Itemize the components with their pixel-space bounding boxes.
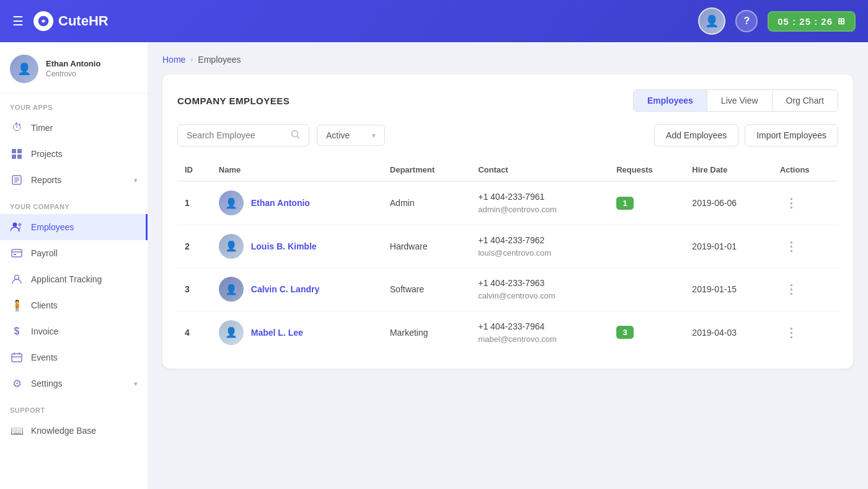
col-department: Department [383, 159, 471, 181]
table-row: 4 👤 Mabel L. Lee Marketing +1 404-233-79… [177, 311, 838, 354]
employees-table: ID Name Department Contact Requests Hire… [177, 159, 838, 354]
breadcrumb-home-link[interactable]: Home [162, 55, 185, 65]
import-employees-button[interactable]: Import Employees [745, 124, 838, 146]
employee-avatar: 👤 [219, 234, 244, 259]
card-title: COMPANY EMPLOYEES [177, 96, 290, 106]
employee-name-link[interactable]: Ethan Antonio [251, 198, 310, 208]
tab-employees[interactable]: Employees [634, 90, 707, 111]
tab-group: Employees Live View Org Chart [633, 89, 838, 112]
sidebar-item-events[interactable]: Events [0, 344, 148, 370]
events-icon [10, 351, 24, 364]
actions-menu-button[interactable]: ⋮ [780, 280, 802, 298]
payroll-icon [10, 246, 24, 260]
actions-menu-button[interactable]: ⋮ [780, 237, 802, 256]
sidebar-item-settings[interactable]: ⚙ Settings ▾ [0, 370, 148, 397]
add-employees-button[interactable]: Add Employees [654, 124, 738, 146]
chevron-down-icon: ▾ [134, 380, 138, 388]
employee-requests: 3 [609, 311, 684, 354]
chevron-down-icon: ▾ [134, 176, 138, 184]
reports-icon [10, 173, 24, 187]
sidebar-item-payroll[interactable]: Payroll [0, 240, 148, 266]
projects-icon [10, 147, 24, 161]
sidebar-item-applicant-tracking[interactable]: Applicant Tracking [0, 266, 148, 292]
employee-id: 2 [177, 225, 211, 268]
table-row: 2 👤 Louis B. Kimble Hardware +1 404-233-… [177, 225, 838, 268]
employee-phone: +1 404-233-7963 [478, 277, 601, 290]
employee-department: Software [383, 268, 471, 312]
tab-live-view[interactable]: Live View [707, 90, 773, 111]
sidebar-item-label: Invoice [31, 326, 58, 336]
breadcrumb-separator: › [190, 55, 193, 64]
sidebar-item-reports[interactable]: Reports ▾ [0, 167, 148, 193]
timer-button[interactable]: 05 : 25 : 26 ⊞ [768, 11, 856, 32]
actions-menu-button[interactable]: ⋮ [780, 194, 802, 212]
employee-id: 4 [177, 311, 211, 354]
card-header: COMPANY EMPLOYEES Employees Live View Or… [177, 89, 838, 112]
col-name: Name [211, 159, 383, 181]
user-avatar-top[interactable]: 👤 [698, 7, 725, 35]
svg-point-9 [13, 223, 17, 227]
toolbar-right: Add Employees Import Employees [654, 124, 838, 146]
table-row: 1 👤 Ethan Antonio Admin +1 404-233-7961 … [177, 181, 838, 225]
avatar-image: 👤 [219, 234, 244, 259]
sidebar-item-projects[interactable]: Projects [0, 141, 148, 167]
employee-requests [609, 225, 684, 268]
avatar-image: 👤 [219, 191, 244, 215]
toolbar-left: Active ▾ [177, 124, 385, 146]
sidebar: 👤 Ethan Antonio Centrovo Your Apps ⏱ Tim… [0, 42, 148, 489]
status-dropdown[interactable]: Active ▾ [317, 125, 385, 146]
employee-department: Marketing [383, 311, 471, 354]
tab-org-chart[interactable]: Org Chart [773, 90, 838, 111]
sidebar-item-employees[interactable]: Employees [0, 214, 148, 240]
employee-name-link[interactable]: Mabel L. Lee [251, 328, 303, 338]
toolbar: Active ▾ Add Employees Import Employees [177, 124, 838, 146]
employee-requests: 1 [609, 181, 684, 225]
employee-phone: +1 404-233-7964 [478, 320, 601, 333]
sidebar-item-invoice[interactable]: $ Invoice [0, 318, 148, 344]
svg-point-10 [19, 223, 22, 227]
avatar-image: 👤 [219, 320, 244, 345]
search-input[interactable] [187, 130, 286, 140]
employee-actions: ⋮ [773, 268, 838, 312]
app-name: CuteHR [58, 13, 108, 29]
sidebar-avatar-image: 👤 [10, 55, 38, 83]
sidebar-item-knowledge-base[interactable]: 📖 Knowledge Base [0, 418, 148, 444]
employee-name-cell: 👤 Calvin C. Landry [211, 268, 383, 312]
table-header: ID Name Department Contact Requests Hire… [177, 159, 838, 181]
employee-contact: +1 404-233-7963 calvin@centrovo.com [471, 268, 609, 312]
sidebar-item-clients[interactable]: 🧍 Clients [0, 292, 148, 318]
timer-icon: ⏱ [10, 121, 24, 135]
employee-hire-date: 2019-06-06 [684, 181, 773, 225]
breadcrumb: Home › Employees [162, 55, 853, 65]
logo-area: CuteHR [33, 11, 108, 31]
breadcrumb-current: Employees [198, 55, 241, 65]
svg-rect-11 [12, 249, 22, 257]
employee-actions: ⋮ [773, 311, 838, 354]
employee-hire-date: 2019-04-03 [684, 311, 773, 354]
employee-email: mabel@centrovo.com [478, 333, 601, 346]
timer-value: 05 : 25 : 26 [777, 16, 833, 27]
svg-line-20 [298, 137, 300, 139]
employee-name-link[interactable]: Louis B. Kimble [251, 241, 317, 251]
employee-avatar: 👤 [219, 320, 244, 345]
employee-email: admin@centrovo.com [478, 204, 601, 216]
sidebar-avatar: 👤 [10, 55, 38, 83]
settings-icon: ⚙ [10, 377, 24, 390]
table-row: 3 👤 Calvin C. Landry Software +1 404-233… [177, 268, 838, 312]
hamburger-icon[interactable]: ☰ [12, 14, 24, 29]
col-hire-date: Hire Date [684, 159, 773, 181]
employee-id: 1 [177, 181, 211, 225]
sidebar-item-label: Payroll [31, 248, 58, 258]
main-content: Home › Employees COMPANY EMPLOYEES Emplo… [148, 42, 868, 489]
logo-icon [33, 11, 53, 31]
employee-contact: +1 404-233-7962 louis@centrovo.com [471, 225, 609, 268]
employee-contact: +1 404-233-7961 admin@centrovo.com [471, 181, 609, 225]
employee-name-link[interactable]: Calvin C. Landry [251, 284, 319, 294]
invoice-icon: $ [10, 325, 24, 338]
sidebar-your-company-label: Your Company [0, 193, 148, 214]
sidebar-item-timer[interactable]: ⏱ Timer [0, 115, 148, 141]
employee-requests [609, 268, 684, 312]
status-selected-value: Active [326, 130, 350, 140]
help-button[interactable]: ? [735, 10, 758, 32]
actions-menu-button[interactable]: ⋮ [780, 323, 802, 342]
